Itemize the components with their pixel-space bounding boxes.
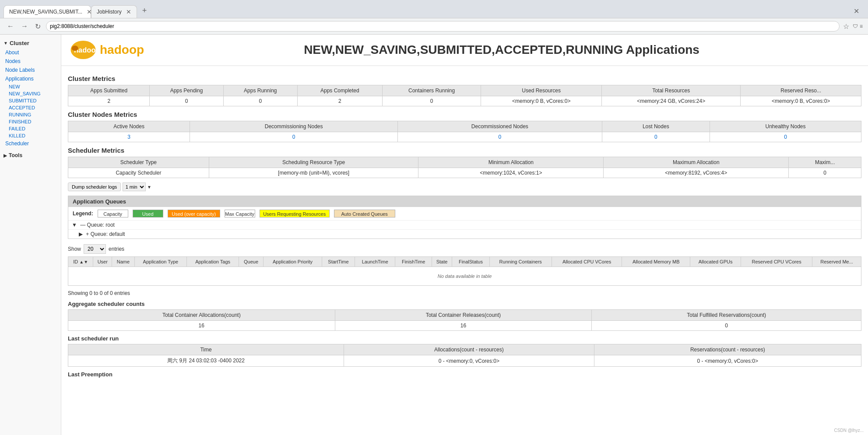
scheduler-metrics-title: Scheduler Metrics [68, 147, 861, 154]
app-queues-section: Application Queues Legend: Capacity Used… [68, 196, 861, 239]
legend-used-over: Used (over capacity) [168, 210, 220, 218]
col-scheduling-resource-type: Scheduling Resource Type [209, 157, 418, 168]
tools-section[interactable]: ▶ Tools [0, 150, 61, 161]
sidebar-sub-running[interactable]: RUNNING [0, 111, 61, 118]
new-tab-button[interactable]: + [137, 4, 152, 18]
val-decommissioned-nodes[interactable]: 0 [398, 132, 602, 142]
col-launch-time: LaunchTime [355, 257, 395, 267]
address-input[interactable] [46, 21, 840, 32]
sidebar-item-node-labels[interactable]: Node Labels [0, 66, 61, 74]
val-scheduler-type: Capacity Scheduler [68, 168, 209, 178]
col-maximum-allocation: Maximum Allocation [604, 157, 789, 168]
col-total-fulfilled: Total Fulfilled Reservations(count) [592, 310, 861, 321]
applications-table: ID ▲▼ User Name Application Type Applica… [68, 256, 861, 286]
tab-bar: NEW,NEW_SAVING,SUBMIT... ✕ JobHistory ✕ … [0, 0, 868, 18]
legend-max-capacity: Max Capacity [225, 210, 255, 218]
dump-chevron: ▼ [147, 185, 151, 189]
col-finish-time: FinishTime [395, 257, 432, 267]
content-inner: Cluster Metrics Apps Submitted Apps Pend… [61, 66, 868, 384]
queue-root-label: Queue: root [87, 222, 115, 228]
cluster-metrics-row: 2 0 0 2 0 <memory:0 B, vCores:0> <memory… [68, 96, 861, 106]
val-total-allocations: 16 [68, 321, 335, 331]
col-id[interactable]: ID ▲▼ [68, 257, 93, 267]
hadoop-logo: hadoop hadoop [70, 39, 144, 61]
val-containers-running: 0 [382, 96, 481, 106]
sidebar-sub-failed[interactable]: FAILED [0, 125, 61, 132]
legend-auto-created: Auto Created Queues [334, 210, 395, 218]
sidebar-sub-submitted[interactable]: SUBMITTED [0, 97, 61, 104]
legend-capacity: Capacity [98, 210, 128, 218]
tab-active[interactable]: NEW,NEW_SAVING,SUBMIT... ✕ [4, 5, 91, 18]
col-containers-running: Containers Running [382, 85, 481, 96]
val-apps-running: 0 [223, 96, 297, 106]
tools-label: Tools [9, 152, 22, 158]
reload-button[interactable]: ↻ [33, 21, 42, 32]
sidebar-sub-new-saving[interactable]: NEW_SAVING [0, 90, 61, 97]
tab-jobhistory-label: JobHistory [97, 9, 122, 15]
legend-box-capacity: Capacity [98, 210, 128, 218]
back-button[interactable]: ← [5, 21, 16, 31]
no-data-cell: No data available in table [68, 267, 861, 286]
col-apps-pending: Apps Pending [150, 85, 223, 96]
val-active-nodes[interactable]: 3 [68, 132, 190, 142]
dump-scheduler-logs-button[interactable]: Dump scheduler logs [68, 182, 121, 191]
dump-select[interactable]: 1 min 5 min [123, 182, 146, 191]
val-maximum-allocation: <memory:8192, vCores:4> [604, 168, 789, 178]
queue-default-expand[interactable]: ▶ [79, 231, 83, 237]
col-start-time: StartTime [322, 257, 355, 267]
col-allocated-memory-mb: Allocated Memory MB [622, 257, 690, 267]
col-minimum-allocation: Minimum Allocation [418, 157, 604, 168]
cluster-metrics-table: Apps Submitted Apps Pending Apps Running… [68, 85, 861, 106]
queue-plus: + [86, 231, 90, 237]
sidebar-item-scheduler[interactable]: Scheduler [0, 139, 61, 148]
main-content: hadoop hadoop NEW,NEW_SAVING,SUBMITTED,A… [61, 35, 868, 435]
aggregate-title: Aggregate scheduler counts [68, 301, 861, 307]
extension-icons: 🛡 ≡ [853, 23, 863, 29]
col-decommissioning-nodes: Decommissioning Nodes [190, 121, 398, 132]
val-allocations: 0 - <memory:0, vCores:0> [344, 355, 594, 367]
val-lost-nodes[interactable]: 0 [602, 132, 710, 142]
val-scheduling-resource-type: [memory-mb (unit=Mi), vcores] [209, 168, 418, 178]
sort-arrow-id: ▲▼ [79, 260, 88, 264]
sidebar-sub-killed[interactable]: KILLED [0, 132, 61, 139]
browser-close-button[interactable]: ✕ [848, 4, 864, 18]
col-application-priority: Application Priority [264, 257, 322, 267]
legend-box-max-capacity: Max Capacity [225, 210, 255, 218]
col-application-type: Application Type [134, 257, 187, 267]
forward-button[interactable]: → [19, 21, 30, 31]
col-user: User [93, 257, 112, 267]
tab-close-jobhistory[interactable]: ✕ [126, 8, 131, 15]
legend-box-users-requesting: Users Requesting Resources [260, 210, 330, 218]
watermark: CSDN @lhyz... [834, 428, 864, 433]
col-total-resources: Total Resources [602, 85, 741, 96]
tab-active-label: NEW,NEW_SAVING,SUBMIT... [9, 9, 82, 15]
entries-select[interactable]: 10 20 50 100 [84, 244, 106, 254]
sidebar-sub-finished[interactable]: FINISHED [0, 118, 61, 125]
legend-bar: Legend: Capacity Used Used (over capacit… [68, 207, 861, 220]
col-apps-running: Apps Running [223, 85, 297, 96]
val-apps-completed: 2 [297, 96, 382, 106]
col-lost-nodes: Lost Nodes [602, 121, 710, 132]
cluster-label: Cluster [10, 40, 29, 46]
last-scheduler-run-title: Last scheduler run [68, 335, 861, 342]
aggregate-section: Aggregate scheduler counts Total Contain… [68, 301, 861, 331]
col-final-status: FinalStatus [452, 257, 490, 267]
page-header: hadoop hadoop NEW,NEW_SAVING,SUBMITTED,A… [61, 35, 868, 66]
legend-label: Legend: [73, 210, 93, 217]
cluster-metrics-title: Cluster Metrics [68, 75, 861, 82]
val-decommissioning-nodes[interactable]: 0 [190, 132, 398, 142]
col-maximum: Maxim... [789, 157, 861, 168]
sidebar-item-nodes[interactable]: Nodes [0, 57, 61, 66]
queue-row-root: ▼ — Queue: root [68, 220, 861, 229]
val-minimum-allocation: <memory:1024, vCores:1> [418, 168, 604, 178]
col-reserved-resources: Reserved Reso... [741, 85, 861, 96]
cluster-header[interactable]: ▼ Cluster [0, 38, 61, 48]
queue-root-expand[interactable]: ▼ [72, 222, 77, 228]
val-unhealthy-nodes[interactable]: 0 [710, 132, 861, 142]
sidebar-sub-new[interactable]: NEW [0, 83, 61, 90]
scheduler-metrics-table-container: Scheduler Type Scheduling Resource Type … [68, 157, 861, 178]
bookmark-icon: ☆ [843, 22, 849, 31]
sidebar-item-about[interactable]: About [0, 48, 61, 57]
tab-jobhistory[interactable]: JobHistory ✕ [91, 5, 137, 18]
sidebar-sub-accepted[interactable]: ACCEPTED [0, 104, 61, 111]
